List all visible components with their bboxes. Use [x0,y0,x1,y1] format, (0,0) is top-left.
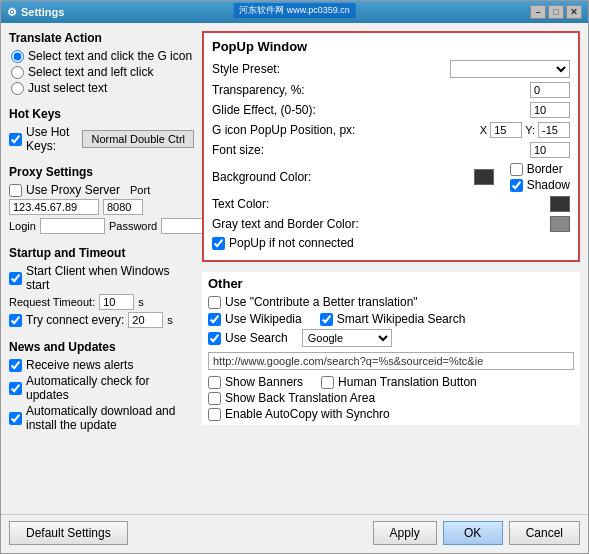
contribute-item[interactable]: Use "Contribute a Better translation" [208,295,574,309]
request-timeout-label: Request Timeout: [9,296,95,308]
radio-select-left-click[interactable] [11,66,24,79]
news-label-2: Automatically check for updates [26,374,194,402]
human-translation-checkbox[interactable] [321,376,334,389]
maximize-button[interactable]: □ [548,5,564,19]
contribute-checkbox[interactable] [208,296,221,309]
x-input[interactable] [490,122,522,138]
show-banners-item[interactable]: Show Banners [208,375,303,389]
show-back-checkbox[interactable] [208,392,221,405]
start-client-label[interactable]: Start Client when Windows start [9,264,194,292]
glide-effect-row: Glide Effect, (0-50): [212,102,570,118]
radio-select-click-g[interactable] [11,50,24,63]
search-url-input[interactable] [208,352,574,370]
bg-color-swatch[interactable] [474,169,494,185]
login-label: Login [9,220,36,232]
style-preset-select[interactable] [450,60,570,78]
use-search-checkbox[interactable] [208,332,221,345]
settings-icon: ⚙ [7,6,17,19]
cancel-button[interactable]: Cancel [509,521,580,545]
news-title: News and Updates [9,340,194,354]
use-hot-keys-checkbox[interactable] [9,133,22,146]
news-checkbox-2[interactable] [9,382,22,395]
right-buttons: Apply OK Cancel [373,521,580,545]
titlebar-left: ⚙ Settings [7,6,64,19]
start-client-checkbox[interactable] [9,272,22,285]
try-connect-checkbox-label[interactable]: Try connect every: [9,313,124,327]
style-preset-label: Style Preset: [212,62,450,76]
proxy-port-input[interactable] [103,199,143,215]
request-timeout-unit: s [138,296,144,308]
translate-action-options: Select text and click the G icon Select … [11,49,194,95]
news-checkbox-1[interactable] [9,359,22,372]
autocopy-item[interactable]: Enable AutoCopy with Synchro [208,407,574,421]
proxy-ip-input[interactable] [9,199,99,215]
autocopy-label: Enable AutoCopy with Synchro [225,407,390,421]
request-timeout-input[interactable] [99,294,134,310]
minimize-button[interactable]: – [530,5,546,19]
transparency-input[interactable] [530,82,570,98]
glide-effect-input[interactable] [530,102,570,118]
popup-if-not-label[interactable]: PopUp if not connected [212,236,354,250]
autocopy-checkbox[interactable] [208,408,221,421]
pos-inputs: X Y: [480,122,570,138]
gray-text-row: Gray text and Border Color: [212,216,570,232]
use-proxy-label[interactable]: Use Proxy Server [9,183,120,197]
bg-color-row: Background Color: Border Shadow [212,162,570,192]
border-shadow-col: Border Shadow [510,162,570,192]
font-size-label: Font size: [212,143,530,157]
human-translation-label: Human Translation Button [338,375,477,389]
gray-color-swatch[interactable] [550,216,570,232]
font-size-input[interactable] [530,142,570,158]
shadow-checkbox[interactable] [510,179,523,192]
bottom-buttons: Default Settings Apply OK Cancel [1,514,588,553]
proxy-section: Proxy Settings Use Proxy Server Port Log… [9,165,194,234]
smart-wiki-item[interactable]: Smart Wikipedia Search [320,312,466,326]
use-hot-keys-checkbox-label[interactable]: Use Hot Keys: [9,125,78,153]
use-search-item[interactable]: Use Search [208,331,288,345]
radio-label-2: Select text and left click [28,65,153,79]
default-settings-button[interactable]: Default Settings [9,521,128,545]
style-preset-row: Style Preset: [212,60,570,78]
banners-row: Show Banners Human Translation Button [208,375,574,389]
radio-just-select[interactable] [11,82,24,95]
use-proxy-checkbox[interactable] [9,184,22,197]
border-checkbox[interactable] [510,163,523,176]
radio-item-1[interactable]: Select text and click the G icon [11,49,194,63]
popup-window-panel: PopUp Window Style Preset: Transparency,… [202,31,580,262]
popup-if-not-text: PopUp if not connected [229,236,354,250]
wikipedia-checkbox[interactable] [208,313,221,326]
try-connect-checkbox[interactable] [9,314,22,327]
news-item-1[interactable]: Receive news alerts [9,358,194,372]
glide-effect-label: Glide Effect, (0-50): [212,103,530,117]
shadow-checkbox-label[interactable]: Shadow [510,178,570,192]
search-engine-select[interactable]: Google [302,329,392,347]
smart-wiki-checkbox[interactable] [320,313,333,326]
login-input[interactable] [40,218,105,234]
radio-item-2[interactable]: Select text and left click [11,65,194,79]
news-checkbox-3[interactable] [9,412,22,425]
translate-action-title: Translate Action [9,31,194,45]
news-item-3[interactable]: Automatically download and install the u… [9,404,194,432]
request-timeout-row: Request Timeout: s [9,294,194,310]
close-button[interactable]: ✕ [566,5,582,19]
border-checkbox-label[interactable]: Border [510,162,570,176]
try-connect-input[interactable] [128,312,163,328]
titlebar-icons: – □ ✕ [530,5,582,19]
transparency-row: Transparency, %: [212,82,570,98]
show-back-item[interactable]: Show Back Translation Area [208,391,574,405]
other-title: Other [208,276,574,291]
ok-button[interactable]: OK [443,521,503,545]
radio-item-3[interactable]: Just select text [11,81,194,95]
left-panel: Translate Action Select text and click t… [9,31,194,506]
popup-if-not-checkbox[interactable] [212,237,225,250]
use-proxy-text: Use Proxy Server [26,183,120,197]
y-input[interactable] [538,122,570,138]
show-banners-checkbox[interactable] [208,376,221,389]
human-translation-item[interactable]: Human Translation Button [321,375,477,389]
news-item-2[interactable]: Automatically check for updates [9,374,194,402]
try-connect-row: Try connect every: s [9,312,194,328]
wikipedia-item[interactable]: Use Wikipedia [208,312,302,326]
apply-button[interactable]: Apply [373,521,437,545]
text-color-swatch[interactable] [550,196,570,212]
hotkey-button[interactable]: Normal Double Ctrl [82,130,194,148]
